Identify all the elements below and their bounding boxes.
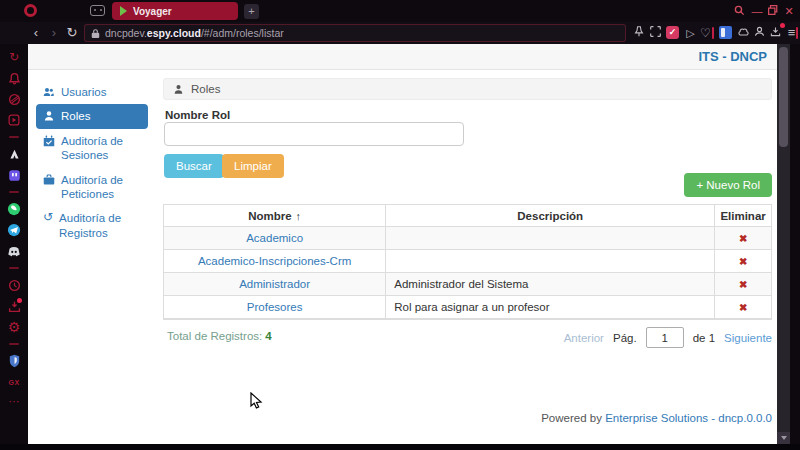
delete-role-icon[interactable]: ✖ <box>739 256 747 267</box>
sidebar-item-auditoria-sesiones[interactable]: Auditoría de Sesiones <box>36 129 148 168</box>
minimize-button[interactable]: — <box>749 3 765 19</box>
column-header-nombre[interactable]: Nombre↑ <box>164 205 385 226</box>
chrome-right-edge <box>790 44 800 444</box>
panel-user-icon <box>173 84 184 95</box>
notifications-bell-icon[interactable] <box>6 70 22 86</box>
role-description: Rol para asignar a un profesor <box>385 296 714 318</box>
siguiente-link[interactable]: Siguiente <box>724 332 772 344</box>
page-of-label: de 1 <box>693 332 715 344</box>
url-text: dncpdev.espy.cloud/#/adm/roles/listar <box>105 27 284 39</box>
strip-overflow-dots-icon[interactable]: ⋯ <box>6 393 22 409</box>
restore-button[interactable] <box>765 3 781 19</box>
tab-title: Voyager <box>133 6 172 17</box>
role-description <box>385 227 714 249</box>
opera-gx-logo-icon[interactable] <box>24 4 37 17</box>
video-popout-icon[interactable]: ▷ <box>683 26 698 41</box>
gx-store-icon[interactable]: GX <box>6 374 22 390</box>
gx-cleaner-icon[interactable] <box>6 91 22 107</box>
sidebar-item-label: Usuarios <box>61 85 106 99</box>
discord-icon[interactable] <box>6 243 22 259</box>
reload-button[interactable]: ↻ <box>64 24 80 42</box>
strip-divider <box>9 343 19 345</box>
whatsapp-icon[interactable] <box>6 201 22 217</box>
page-label: Pág. <box>613 332 637 344</box>
table-row: Academico ✖ <box>164 227 771 250</box>
briefcase-icon <box>43 174 55 186</box>
back-button[interactable]: ‹ <box>28 24 44 42</box>
close-button[interactable]: ✕ <box>781 3 797 19</box>
history-icon[interactable] <box>6 277 22 293</box>
role-user-icon <box>43 110 55 122</box>
browser-tab[interactable]: Voyager <box>112 2 238 20</box>
new-tab-button[interactable]: + <box>244 4 259 19</box>
settings-gear-icon[interactable]: ⚙ <box>6 319 22 335</box>
table-header-row: Nombre↑ Descripción Eliminar <box>164 205 771 227</box>
delete-role-icon[interactable]: ✖ <box>739 279 747 290</box>
twitch-icon[interactable] <box>6 167 22 183</box>
strip-divider <box>9 191 19 193</box>
sidebar-item-label: Auditoría de Sesiones <box>61 134 141 163</box>
extension-shield-icon[interactable] <box>6 353 22 369</box>
snapshot-icon[interactable] <box>648 26 663 41</box>
pagination: Anterior Pág. de 1 Siguiente <box>564 327 772 348</box>
plus-icon: + <box>696 179 703 191</box>
role-link[interactable]: Academico-Inscripciones-Crm <box>198 255 351 267</box>
aria-extension-icon[interactable] <box>736 26 751 41</box>
mouse-cursor <box>250 392 263 415</box>
page-number-input[interactable] <box>646 327 684 348</box>
webpage: ITS - DNCP Usuarios Roles Auditoría de S… <box>28 44 777 444</box>
address-bar[interactable]: dncpdev.espy.cloud/#/adm/roles/listar <box>84 24 626 42</box>
role-description: Administrador del Sistema <box>385 273 714 295</box>
downloads-icon[interactable] <box>768 26 783 41</box>
delete-role-icon[interactable]: ✖ <box>739 233 747 244</box>
toolbar-separator <box>712 27 714 39</box>
downloads-strip-icon[interactable] <box>6 298 22 314</box>
nombre-rol-input[interactable] <box>164 122 464 146</box>
limpiar-button[interactable]: Limpiar <box>222 154 284 178</box>
sidebar-item-usuarios[interactable]: Usuarios <box>36 80 148 104</box>
role-link[interactable]: Administrador <box>239 278 310 290</box>
users-icon <box>43 86 55 98</box>
workspace-icon[interactable] <box>90 5 105 16</box>
player-icon[interactable] <box>6 112 22 128</box>
app-sidebar: Usuarios Roles Auditoría de Sesiones Aud… <box>36 80 148 245</box>
forward-button[interactable]: › <box>46 24 62 42</box>
page-scrollbar[interactable] <box>777 44 790 444</box>
buscar-button[interactable]: Buscar <box>164 154 224 178</box>
role-description <box>385 250 714 272</box>
roles-table: Nombre↑ Descripción Eliminar Academico ✖… <box>163 204 772 320</box>
delete-role-icon[interactable]: ✖ <box>739 302 747 313</box>
total-registros: Total de Registros:4 <box>167 330 272 342</box>
column-header-descripcion[interactable]: Descripción <box>385 205 714 226</box>
anterior-link[interactable]: Anterior <box>564 332 604 344</box>
browser-toolbar: ‹ › ↻ dncpdev.espy.cloud/#/adm/roles/lis… <box>0 22 800 44</box>
sidebar-item-label: Roles <box>61 109 90 123</box>
sidebar-item-label: Auditoría de Peticiones <box>61 173 141 202</box>
sidebar-item-roles[interactable]: Roles <box>36 104 148 128</box>
profile-icon[interactable] <box>752 26 767 41</box>
scrollbar-down-button[interactable] <box>777 432 790 444</box>
nuevo-rol-label: Nuevo Rol <box>706 179 760 191</box>
search-icon[interactable] <box>731 3 747 19</box>
calendar-icon <box>43 135 55 147</box>
gx-corner-icon[interactable] <box>6 146 22 162</box>
role-link[interactable]: Profesores <box>247 301 303 313</box>
chrome-bottom-edge <box>0 444 800 450</box>
speed-dial-icon[interactable]: ↻ <box>6 49 22 65</box>
pin-icon[interactable] <box>631 26 646 41</box>
enterprise-solutions-link[interactable]: Enterprise Solutions - dncp.0.0.0 <box>605 412 772 424</box>
table-row: Academico-Inscripciones-Crm ✖ <box>164 250 771 273</box>
browser-titlebar: Voyager + — ✕ <box>0 0 800 22</box>
my-flow-heart-icon[interactable]: ♡ <box>698 26 713 41</box>
sidebar-item-auditoria-registros[interactable]: ↺ Auditoría de Registros <box>36 206 148 245</box>
role-link[interactable]: Academico <box>246 232 303 244</box>
telegram-icon[interactable] <box>6 222 22 238</box>
scrollbar-thumb[interactable] <box>779 47 788 147</box>
nombre-rol-label: Nombre Rol <box>165 109 230 121</box>
adblocker-badge-icon[interactable]: ✓ <box>666 26 679 39</box>
sidebar-panel-icon[interactable] <box>719 26 732 39</box>
nuevo-rol-button[interactable]: + Nuevo Rol <box>684 173 772 197</box>
lock-icon <box>91 28 100 39</box>
sidebar-item-auditoria-peticiones[interactable]: Auditoría de Peticiones <box>36 168 148 207</box>
strip-download-dot <box>17 298 22 303</box>
